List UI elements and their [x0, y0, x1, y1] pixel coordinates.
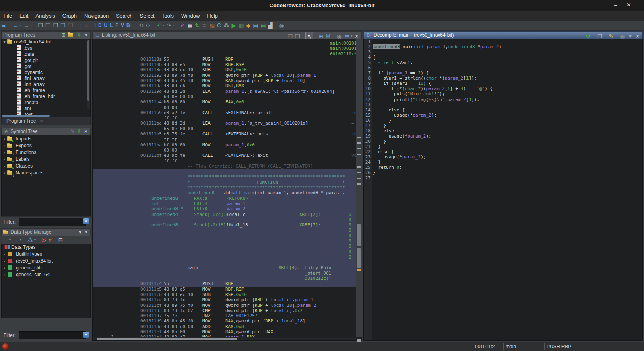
- listing-row[interactable]: 0010118e48 83 ec 10SUBRSP,0x10: [93, 67, 361, 72]
- decompiler-line[interactable]: }: [373, 118, 642, 123]
- decompiler-line[interactable]: }: [373, 160, 642, 165]
- filter-arrays-off-icon[interactable]: ▷: [41, 236, 47, 244]
- symbol-tree-item-exports[interactable]: › Exports: [2, 142, 90, 149]
- decompiler-line[interactable]: }: [373, 144, 642, 149]
- menu-graph[interactable]: Graph: [59, 11, 80, 19]
- decompiler-line[interactable]: usage(*param_2);: [373, 133, 642, 139]
- listing-row[interactable]: 60 0e 00 00: [93, 94, 361, 99]
- program-tree-vscrollbar[interactable]: [87, 40, 90, 109]
- listing-row[interactable]: 0: [93, 228, 361, 233]
- menu-help[interactable]: Help: [203, 11, 221, 19]
- dtm-filter-input[interactable]: [19, 331, 86, 339]
- close-button[interactable]: ✕: [624, 2, 634, 8]
- symbol-tree-item-labels[interactable]: ›● Labels: [2, 156, 90, 163]
- menu-analysis[interactable]: Analysis: [32, 11, 58, 19]
- decompiler-line[interactable]: }: [373, 123, 642, 128]
- listing-row[interactable]: ****************************************…: [93, 185, 361, 190]
- listing-row[interactable]: undefined8Stack[-0x18]:8local_18XREF[7]:…: [93, 222, 361, 228]
- listing-row[interactable]: undefined8 __stdcall main(int param_1, u…: [93, 190, 361, 195]
- listing-row[interactable]: 00 00: [93, 148, 361, 153]
- listing-row[interactable]: 001011b5e8 76 feCALL<EXTERNAL>::putsint …: [93, 131, 361, 137]
- symbol-tree-header[interactable]: ⁂ Symbol Tree ✎⇩✕: [1, 128, 91, 136]
- forward-icon-dropdown[interactable]: ▾: [20, 236, 22, 244]
- listing-row[interactable]: undefined8 *RSI:8param_2: [93, 206, 361, 211]
- back-icon[interactable]: ←: [1, 236, 9, 244]
- nav-function-icon[interactable]: F: [114, 21, 120, 30]
- filter-pointers-off-icon[interactable]: ⌗: [47, 236, 53, 244]
- tree-item-got[interactable]: .got: [2, 63, 90, 69]
- listing-row[interactable]: 001011babf 00 00MOVparam_1,0x0: [93, 142, 361, 148]
- symbol-tree-filter-input[interactable]: [19, 218, 86, 226]
- decompiler-header[interactable]: Cf Decompile: main - (rev50_linux64-bit)…: [363, 31, 643, 39]
- decompiler-line[interactable]: if (param_1 == 2) {: [373, 70, 642, 76]
- decompiler-line[interactable]: if (sVar1 == 10) {: [373, 81, 642, 86]
- xref-row[interactable]: main:00101: [93, 46, 361, 51]
- listing-row[interactable]: 001011c848 83 ec 10SUBRSP,0x10: [93, 292, 361, 297]
- tree-item-gotplt[interactable]: .got.plt: [2, 57, 90, 63]
- decompiler-line[interactable]: return 0;: [373, 165, 642, 170]
- import-icon[interactable]: ⇩: [76, 128, 83, 135]
- decompiler-line[interactable]: }: [373, 102, 642, 107]
- data-types-root[interactable]: Data Types: [2, 244, 90, 251]
- splitter-dots-handle[interactable]: ⋮: [118, 181, 122, 185]
- decompiler-line[interactable]: printf("flag{%s}\n",param_2[1]);: [373, 97, 642, 102]
- nav-undefined-icon[interactable]: U: [103, 21, 109, 30]
- bookmarks-list-icon[interactable]: ≣: [201, 21, 208, 30]
- listing-row[interactable]: 001011cc89 7d fcMOVdword ptr [RBP + loca…: [93, 297, 361, 302]
- clang-icon[interactable]: C: [216, 21, 222, 30]
- listing-row[interactable]: 0010212c(*: [93, 276, 361, 281]
- bookmark-icon[interactable]: ●: [83, 21, 89, 30]
- listing-row[interactable]: ff ff: [93, 115, 361, 121]
- listing-row[interactable]: 0: [93, 255, 361, 260]
- validate-icon[interactable]: ✔: [179, 21, 186, 30]
- run-icon[interactable]: ▶: [230, 21, 237, 30]
- decompiler-line[interactable]: [373, 39, 642, 44]
- decompiler-line[interactable]: {: [373, 55, 642, 60]
- decompiler-line[interactable]: undefined8 main(int param_1,undefined8 *…: [373, 44, 642, 49]
- close-icon[interactable]: ✕: [83, 32, 89, 39]
- data-type-item-generic_clib[interactable]: › generic_clib: [2, 265, 90, 271]
- listing-row[interactable]: mainXREF[4]:Entry Poin: [93, 265, 361, 270]
- memory-map-icon[interactable]: ▥: [237, 21, 245, 30]
- edit-icon[interactable]: ✎: [70, 128, 76, 135]
- listing-row[interactable]: 001011c455PUSHRBP: [93, 281, 361, 286]
- copy-icon[interactable]: ❐: [37, 21, 44, 30]
- decompiler-code[interactable]: undefined8 main(int param_1,undefined8 *…: [373, 39, 642, 340]
- decompiler-line[interactable]: if (*(char *)(param_2[1] + 4) == '@') {: [373, 86, 642, 91]
- script-manager-icon[interactable]: ⇅: [194, 21, 201, 30]
- tree-item-init_array[interactable]: .init_array: [2, 81, 90, 87]
- listing-row[interactable]: 001011d775 7eJNZLAB_00101257: [93, 313, 361, 318]
- listing-row[interactable]: [93, 260, 361, 265]
- data-organizer-icon[interactable]: ▨: [208, 21, 216, 30]
- open-folder-icon[interactable]: [67, 32, 76, 39]
- menu-edit[interactable]: Edit: [16, 11, 32, 19]
- tab-close-icon[interactable]: ×: [38, 119, 43, 123]
- decompiler-line[interactable]: }: [373, 139, 642, 144]
- tree-root-rev50_linux64-bit[interactable]: ▾rev50_linux64-bit: [2, 39, 90, 45]
- associations-icon-dropdown[interactable]: ▾: [34, 236, 37, 244]
- listing-header[interactable]: ▤ Listing: rev50_linux64-bit ❐❐↖⊞M◉▤▾✕: [92, 31, 362, 39]
- symbol-tree-item-namespaces[interactable]: ›( ) Namespaces: [2, 170, 90, 177]
- listing-row[interactable]: 0: [93, 249, 361, 255]
- listing-row[interactable]: 65 0e 00 00: [93, 126, 361, 131]
- table-view-icon[interactable]: ▤: [252, 21, 259, 30]
- paste-special-icon[interactable]: ❐: [59, 21, 67, 30]
- tree-item-dynamic[interactable]: .dynamic: [2, 69, 90, 75]
- refresh-in-icon[interactable]: ⟲: [138, 21, 145, 30]
- decompiler-line[interactable]: usage(*param_2);: [373, 113, 642, 118]
- listing-row[interactable]: ****************************************…: [93, 174, 361, 179]
- diamond-icon[interactable]: ◆: [245, 21, 252, 30]
- decompiler-line[interactable]: else {: [373, 107, 642, 113]
- decompiler-view[interactable]: 1234567891011121314151617181920212223242…: [363, 39, 643, 341]
- nav-direction-icon[interactable]: ↓: [78, 21, 83, 30]
- associations-icon[interactable]: ⁂: [26, 236, 34, 244]
- function-graph-icon[interactable]: ⁂: [222, 21, 230, 30]
- listing-row[interactable]: 0010119a48 89 c6MOVRSI,RAX: [93, 83, 361, 88]
- table-add-icon[interactable]: ▤: [259, 21, 267, 30]
- listing-row[interactable]: 0010118b48 89 e5MOVRBP,RSP: [93, 62, 361, 67]
- listing-row[interactable]: 0: [93, 238, 361, 244]
- nav-byte-icon-dropdown[interactable]: ▾: [131, 21, 134, 30]
- listing-row[interactable]: ff ff: [93, 158, 361, 164]
- listing-row[interactable]: 001011c548 89 e5MOVRBP,RSP: [93, 287, 361, 292]
- data-type-item-generic_clib_64[interactable]: › generic_clib_64: [2, 271, 90, 278]
